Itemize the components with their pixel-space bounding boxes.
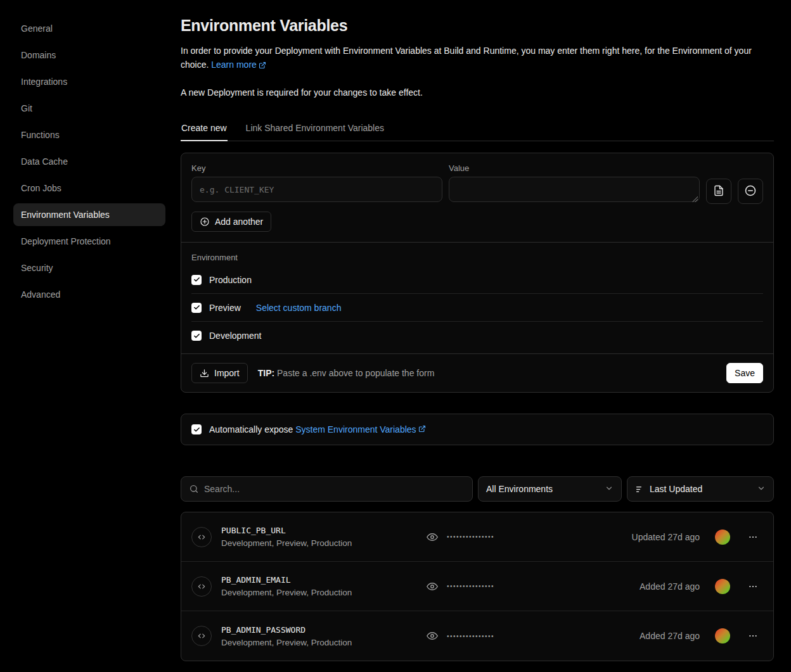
document-icon	[713, 185, 724, 198]
deployment-note: A new Deployment is required for your ch…	[181, 87, 774, 98]
updated-timestamp: Added 27d ago	[640, 581, 700, 592]
key-label: Key	[191, 163, 442, 173]
sidebar-item-functions[interactable]: Functions	[13, 124, 165, 146]
environment-row-preview: Preview Select custom branch	[191, 294, 763, 322]
production-label: Production	[209, 275, 252, 285]
environment-section: Environment Production Preview Select cu…	[181, 243, 773, 353]
external-link-icon	[259, 59, 266, 73]
environment-row-development: Development	[191, 322, 763, 350]
page-title: Environment Variables	[181, 16, 774, 35]
page-description: In order to provide your Deployment with…	[181, 44, 774, 73]
reveal-value-button[interactable]	[427, 630, 438, 642]
table-row: PB_ADMIN_PASSWORD Development, Preview, …	[181, 611, 773, 661]
create-env-var-card: Key Value	[181, 153, 774, 393]
environment-label: Environment	[191, 253, 763, 262]
search-icon	[189, 484, 199, 494]
preview-label: Preview	[209, 303, 241, 313]
reveal-value-button[interactable]	[427, 581, 438, 592]
sort-icon	[635, 485, 645, 494]
key-value-section: Key Value	[181, 153, 773, 242]
table-row: PUBLIC_PB_URL Development, Preview, Prod…	[181, 512, 773, 562]
env-variables-list: PUBLIC_PB_URL Development, Preview, Prod…	[181, 512, 774, 661]
variable-environments: Development, Preview, Production	[221, 538, 427, 548]
code-icon	[191, 626, 212, 646]
development-checkbox[interactable]	[191, 331, 202, 341]
masked-value: •••••••••••••••	[447, 533, 494, 540]
external-link-icon	[418, 424, 426, 434]
variable-name: PUBLIC_PB_URL	[221, 526, 427, 535]
check-icon	[193, 304, 200, 311]
tip-text: TIP: Paste a .env above to populate the …	[258, 368, 435, 378]
code-icon	[191, 576, 212, 597]
tab-link-shared[interactable]: Link Shared Environment Variables	[245, 117, 385, 141]
sidebar-item-deployment-protection[interactable]: Deployment Protection	[13, 230, 165, 253]
reveal-value-button[interactable]	[427, 531, 438, 543]
table-row: PB_ADMIN_EMAIL Development, Preview, Pro…	[181, 562, 773, 611]
sidebar-item-git[interactable]: Git	[13, 97, 165, 120]
sidebar-item-environment-variables[interactable]: Environment Variables	[13, 203, 165, 226]
add-another-label: Add another	[215, 217, 263, 227]
development-label: Development	[209, 331, 262, 341]
system-env-vars-link[interactable]: System Environment Variables	[295, 424, 416, 434]
import-button[interactable]: Import	[191, 363, 248, 383]
sidebar-item-cron-jobs[interactable]: Cron Jobs	[13, 177, 165, 200]
row-menu-button[interactable]	[743, 626, 763, 646]
chevron-down-icon	[757, 484, 766, 495]
minus-circle-icon	[744, 184, 757, 199]
value-input[interactable]	[449, 177, 700, 202]
add-another-button[interactable]: Add another	[191, 212, 271, 232]
auto-expose-label: Automatically expose	[209, 424, 293, 434]
plus-circle-icon	[200, 217, 210, 227]
updated-timestamp: Updated 27d ago	[632, 532, 700, 542]
tip-body: Paste a .env above to populate the form	[274, 368, 434, 378]
main-content: Environment Variables In order to provid…	[181, 0, 791, 672]
auto-expose-card: Automatically expose System Environment …	[181, 414, 774, 445]
sort-value: Last Updated	[650, 484, 702, 494]
tip-bold: TIP:	[258, 368, 274, 378]
avatar	[715, 529, 730, 545]
avatar	[715, 579, 730, 594]
learn-more-link[interactable]: Learn more	[211, 60, 257, 70]
auto-expose-checkbox[interactable]	[191, 424, 202, 434]
sidebar-item-domains[interactable]: Domains	[13, 44, 165, 67]
row-menu-button[interactable]	[743, 527, 763, 547]
variable-environments: Development, Preview, Production	[221, 638, 427, 647]
sidebar-item-security[interactable]: Security	[13, 257, 165, 279]
import-label: Import	[214, 368, 240, 378]
sidebar-item-integrations[interactable]: Integrations	[13, 70, 165, 93]
environment-row-production: Production	[191, 266, 763, 294]
remove-row-button[interactable]	[738, 179, 763, 204]
variable-name: PB_ADMIN_EMAIL	[221, 575, 427, 585]
value-label: Value	[449, 163, 700, 173]
search-input[interactable]	[204, 484, 465, 494]
updated-timestamp: Added 27d ago	[640, 631, 700, 641]
env-var-tabs: Create new Link Shared Environment Varia…	[181, 117, 774, 141]
masked-value: •••••••••••••••	[447, 583, 494, 590]
download-icon	[200, 369, 209, 378]
check-icon	[193, 276, 200, 283]
sidebar-item-general[interactable]: General	[13, 17, 165, 40]
preview-checkbox[interactable]	[191, 303, 202, 313]
sidebar-item-advanced[interactable]: Advanced	[13, 283, 165, 306]
key-input[interactable]	[191, 177, 442, 202]
form-footer: Import TIP: Paste a .env above to popula…	[181, 354, 773, 392]
sidebar-item-data-cache[interactable]: Data Cache	[13, 150, 165, 173]
paste-env-file-button[interactable]	[706, 179, 731, 204]
variable-name: PB_ADMIN_PASSWORD	[221, 625, 427, 635]
production-checkbox[interactable]	[191, 275, 202, 285]
check-icon	[193, 426, 200, 433]
environment-filter-value: All Environments	[486, 484, 553, 494]
tab-create-new[interactable]: Create new	[181, 117, 228, 141]
filter-row: All Environments Last Updated	[181, 476, 774, 502]
masked-value: •••••••••••••••	[447, 633, 494, 640]
code-icon	[191, 527, 212, 547]
settings-sidebar: General Domains Integrations Git Functio…	[0, 0, 181, 672]
row-menu-button[interactable]	[743, 576, 763, 597]
sort-select[interactable]: Last Updated	[627, 476, 774, 502]
search-box[interactable]	[181, 476, 473, 502]
save-button[interactable]: Save	[726, 363, 763, 383]
avatar	[715, 628, 730, 643]
variable-environments: Development, Preview, Production	[221, 588, 427, 597]
select-custom-branch-link[interactable]: Select custom branch	[256, 303, 342, 313]
environment-filter-select[interactable]: All Environments	[478, 476, 622, 502]
